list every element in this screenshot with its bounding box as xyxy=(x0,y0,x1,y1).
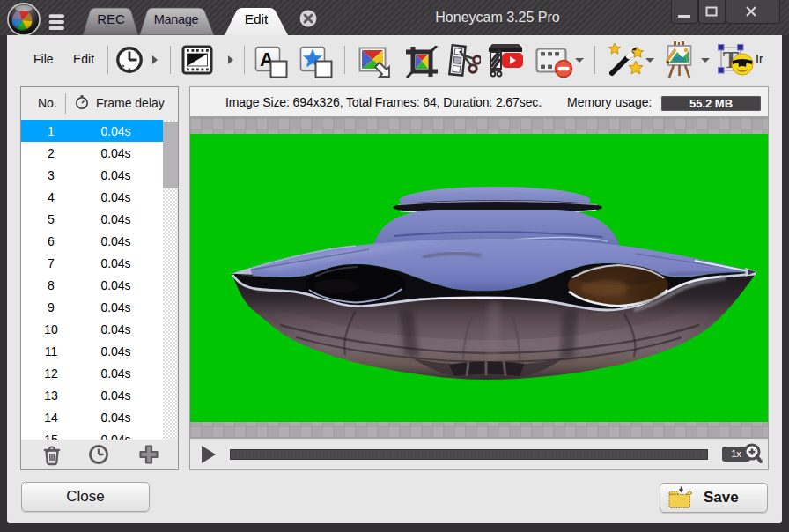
svg-text:REC: REC xyxy=(97,11,125,26)
svg-text:Manage: Manage xyxy=(154,12,199,26)
svg-text:Edit: Edit xyxy=(245,11,269,26)
